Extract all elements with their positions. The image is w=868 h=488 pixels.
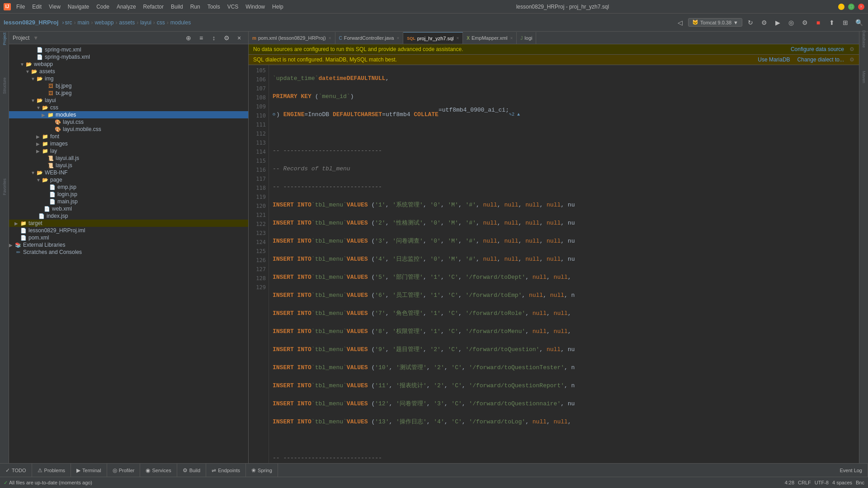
- tree-lay[interactable]: ▶ 📁 lay: [9, 147, 248, 155]
- tab-close-pom[interactable]: ×: [329, 36, 331, 41]
- menu-help[interactable]: Help: [269, 0, 287, 14]
- locate-icon[interactable]: ⊕: [183, 33, 194, 43]
- breadcrumb-assets[interactable]: assets: [119, 19, 135, 26]
- line-ending[interactable]: CRLF: [798, 480, 811, 485]
- tree-login-jsp[interactable]: 📄 login.jsp: [9, 191, 248, 198]
- tree-modules[interactable]: ▶ 📁 modules: [9, 111, 248, 118]
- menu-analyze[interactable]: Analyze: [113, 0, 140, 14]
- tomcat-selector[interactable]: 🐱 Tomcat 9.0.38 ▼: [688, 18, 742, 27]
- tree-index-jsp[interactable]: 📄 index.jsp: [9, 212, 248, 220]
- reload-button[interactable]: ↻: [745, 17, 756, 28]
- breadcrumb-webapp[interactable]: webapp: [94, 19, 113, 26]
- hide-panel-icon[interactable]: ×: [234, 33, 245, 43]
- breadcrumb-css[interactable]: css: [157, 19, 165, 26]
- tab-empmapper[interactable]: X EmpMapper.xml ×: [463, 32, 517, 44]
- bottom-tab-spring[interactable]: ❀ Spring: [246, 464, 278, 477]
- tree-main-jsp[interactable]: 📄 main.jsp: [9, 198, 248, 205]
- change-dialect-link[interactable]: Change dialect to...: [797, 56, 844, 63]
- notif-gear-icon2[interactable]: ⚙: [849, 56, 854, 63]
- layout-button[interactable]: ⊞: [840, 17, 851, 28]
- favorites-icon[interactable]: Favorites: [1, 183, 8, 191]
- debug-button[interactable]: ▶: [772, 17, 783, 28]
- tree-scratches[interactable]: ✏ Scratches and Consoles: [9, 249, 248, 256]
- breadcrumb-layui[interactable]: layui: [140, 19, 151, 26]
- indent-settings[interactable]: 4 spaces: [832, 480, 852, 485]
- tree-layui-all-js[interactable]: 📜 layui.all.js: [9, 155, 248, 162]
- menu-tools[interactable]: Tools: [204, 0, 224, 14]
- bottom-tab-terminal[interactable]: ▶ Terminal: [71, 464, 107, 477]
- tree-css[interactable]: ▼ 📂 css: [9, 104, 248, 111]
- bottom-tab-problems[interactable]: ⚠ Problems: [32, 464, 71, 477]
- menu-file[interactable]: File: [13, 0, 28, 14]
- tab-close-sql[interactable]: ×: [457, 36, 459, 41]
- close-button[interactable]: ×: [858, 4, 864, 10]
- stop-button[interactable]: ■: [813, 17, 824, 28]
- bottom-tab-services[interactable]: ◉ Services: [140, 464, 177, 477]
- tab-sql[interactable]: SQL proj_hr_yzh7.sql ×: [403, 32, 463, 44]
- tree-webinf[interactable]: ▼ 📂 WEB-INF: [9, 169, 248, 176]
- breadcrumb-src[interactable]: src: [65, 19, 72, 26]
- tree-emp-jsp[interactable]: 📄 emp.jsp: [9, 183, 248, 191]
- tree-tx-jpeg[interactable]: 🖼 tx.jpeg: [9, 89, 248, 97]
- structure-icon[interactable]: Structure: [1, 82, 8, 89]
- menu-navigate[interactable]: Navigate: [64, 0, 93, 14]
- menu-refactor[interactable]: Refactor: [140, 0, 167, 14]
- fold-indicator[interactable]: ⊖: [273, 110, 275, 119]
- bottom-tab-endpoints[interactable]: ⇌ Endpoints: [206, 464, 246, 477]
- sort-icon[interactable]: ↕: [208, 33, 219, 43]
- search-button[interactable]: 🔍: [854, 17, 864, 28]
- tab-logi[interactable]: J logi: [517, 32, 536, 44]
- tree-target[interactable]: ▶ 📁 target: [9, 220, 248, 227]
- maven-sidebar-tab[interactable]: Maven: [860, 73, 868, 80]
- menu-view[interactable]: View: [45, 0, 64, 14]
- tree-pom-xml[interactable]: 📄 pom.xml: [9, 234, 248, 241]
- collapse-icon[interactable]: ≡: [196, 33, 207, 43]
- tree-layui-js[interactable]: 📜 layui.js: [9, 162, 248, 169]
- bottom-tab-event-log[interactable]: Event Log: [834, 464, 868, 477]
- build-button[interactable]: ⚙: [759, 17, 769, 28]
- tree-spring-mvc[interactable]: 📄 spring-mvc.xml: [9, 46, 248, 53]
- menu-code[interactable]: Code: [93, 0, 113, 14]
- notif-gear-icon[interactable]: ⚙: [849, 46, 854, 52]
- menu-build[interactable]: Build: [167, 0, 187, 14]
- tree-external-libs[interactable]: ▶ 📚 External Libraries: [9, 241, 248, 249]
- file-type[interactable]: Bnc: [856, 480, 864, 485]
- code-editor[interactable]: `update_time` datetime DEFAULT NULL, PRI…: [269, 65, 859, 463]
- use-mariadb-link[interactable]: Use MariaDB: [758, 56, 790, 63]
- tree-spring-mybatis[interactable]: 📄 spring-mybatis.xml: [9, 53, 248, 61]
- tab-forward-controller[interactable]: C ForwardController.java ×: [335, 32, 404, 44]
- bottom-tab-build[interactable]: ⚙ Build: [177, 464, 206, 477]
- database-sidebar-tab[interactable]: Database: [860, 35, 868, 42]
- tree-layui-mobile-css[interactable]: 🎨 layui.mobile.css: [9, 126, 248, 133]
- tree-font[interactable]: ▶ 📁 font: [9, 133, 248, 140]
- configure-data-source-link[interactable]: Configure data source: [791, 46, 844, 52]
- breadcrumb-modules[interactable]: modules: [170, 19, 191, 26]
- minimize-button[interactable]: －: [838, 4, 844, 10]
- bottom-tab-todo[interactable]: ✓ TODO: [0, 464, 32, 477]
- file-encoding[interactable]: UTF-8: [815, 480, 829, 485]
- tab-close-fc[interactable]: ×: [396, 36, 399, 41]
- tree-layui-css[interactable]: 🎨 layui.css: [9, 118, 248, 126]
- tree-webapp[interactable]: ▼ 📂 webapp: [9, 61, 248, 68]
- tree-bj-jpeg[interactable]: 🖼 bj.jpeg: [9, 82, 248, 89]
- menu-window[interactable]: Window: [242, 0, 269, 14]
- menu-vcs[interactable]: VCS: [224, 0, 242, 14]
- project-icon[interactable]: Project: [1, 35, 8, 42]
- menu-run[interactable]: Run: [187, 0, 204, 14]
- tree-images[interactable]: ▶ 📁 images: [9, 140, 248, 147]
- tab-pom-xml[interactable]: m pom.xml (lesson0829_HRProj) ×: [249, 32, 335, 44]
- git-status[interactable]: ✓ All files are up-to-date (moments ago): [4, 480, 92, 486]
- maximize-button[interactable]: □: [848, 4, 854, 10]
- deploy-button[interactable]: ⬆: [826, 17, 837, 28]
- tree-page[interactable]: ▼ 📂 page: [9, 176, 248, 183]
- settings-gear-icon[interactable]: ⚙: [221, 33, 232, 43]
- back-button[interactable]: ◁: [675, 17, 685, 28]
- settings-button[interactable]: ⚙: [799, 17, 810, 28]
- tree-assets[interactable]: ▼ 📂 assets: [9, 68, 248, 75]
- cursor-position[interactable]: 4:28: [785, 480, 794, 485]
- menu-edit[interactable]: Edit: [28, 0, 45, 14]
- profile-button[interactable]: ◎: [786, 17, 797, 28]
- bottom-tab-profiler[interactable]: ◎ Profiler: [107, 464, 141, 477]
- tree-iml[interactable]: 📄 lesson0829_HRProj.iml: [9, 227, 248, 234]
- tree-img[interactable]: ▼ 📂 img: [9, 75, 248, 82]
